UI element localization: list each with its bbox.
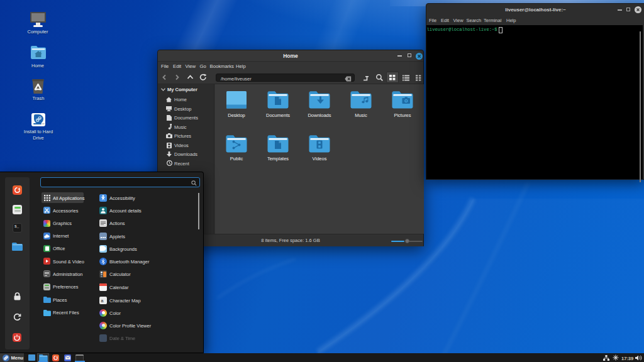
svg-text:Documents: Documents bbox=[266, 112, 290, 118]
svg-text:Desktop: Desktop bbox=[228, 112, 245, 118]
svg-text:Pictures: Pictures bbox=[394, 112, 411, 118]
svg-text:Public: Public bbox=[230, 156, 243, 162]
svg-text:Music: Music bbox=[355, 112, 367, 118]
svg-text:Downloads: Downloads bbox=[308, 112, 331, 118]
svg-text:Videos: Videos bbox=[313, 156, 327, 162]
svg-text:Templates: Templates bbox=[267, 156, 289, 162]
